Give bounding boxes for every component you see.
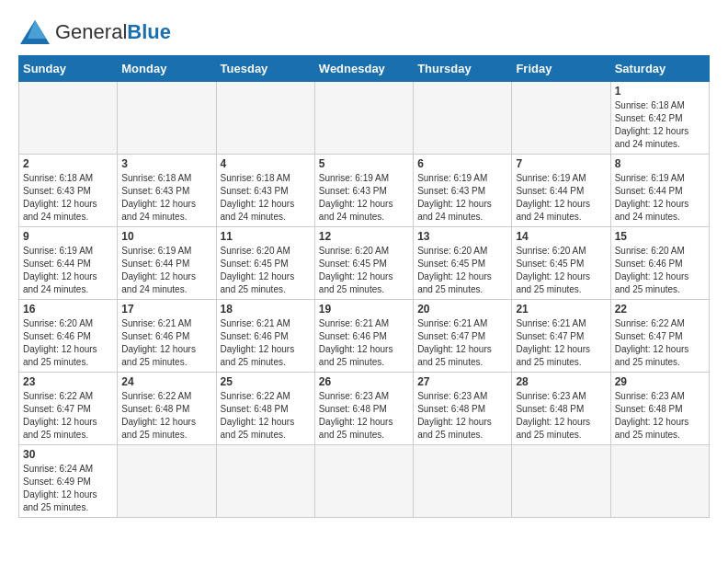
calendar-day-cell: 4Sunrise: 6:18 AM Sunset: 6:43 PM Daylig… xyxy=(216,155,314,227)
day-info: Sunrise: 6:23 AM Sunset: 6:48 PM Dayligh… xyxy=(516,390,606,442)
calendar-day-cell: 11Sunrise: 6:20 AM Sunset: 6:45 PM Dayli… xyxy=(216,227,314,300)
calendar-day-cell: 13Sunrise: 6:20 AM Sunset: 6:45 PM Dayli… xyxy=(414,227,512,300)
weekday-header-row: SundayMondayTuesdayWednesdayThursdayFrid… xyxy=(19,56,710,82)
day-number: 14 xyxy=(516,230,606,243)
day-number: 12 xyxy=(319,230,409,243)
calendar-day-cell: 24Sunrise: 6:22 AM Sunset: 6:48 PM Dayli… xyxy=(118,373,216,445)
day-info: Sunrise: 6:22 AM Sunset: 6:48 PM Dayligh… xyxy=(221,390,311,442)
calendar-day-cell: 9Sunrise: 6:19 AM Sunset: 6:44 PM Daylig… xyxy=(19,227,118,300)
day-number: 6 xyxy=(417,157,507,170)
calendar-day-cell: 1Sunrise: 6:18 AM Sunset: 6:42 PM Daylig… xyxy=(610,82,709,155)
calendar-day-cell xyxy=(512,445,610,518)
calendar-day-cell xyxy=(512,82,610,155)
calendar-day-cell xyxy=(216,82,314,155)
calendar-day-cell: 26Sunrise: 6:23 AM Sunset: 6:48 PM Dayli… xyxy=(314,373,413,445)
day-info: Sunrise: 6:24 AM Sunset: 6:49 PM Dayligh… xyxy=(23,463,113,514)
calendar-day-cell xyxy=(118,82,216,155)
calendar-week-row: 2Sunrise: 6:18 AM Sunset: 6:43 PM Daylig… xyxy=(19,155,710,227)
day-number: 26 xyxy=(319,375,409,388)
calendar-day-cell xyxy=(118,445,216,518)
weekday-header-sunday: Sunday xyxy=(19,56,118,82)
day-info: Sunrise: 6:22 AM Sunset: 6:47 PM Dayligh… xyxy=(615,317,705,369)
day-info: Sunrise: 6:20 AM Sunset: 6:45 PM Dayligh… xyxy=(319,245,409,296)
calendar-day-cell: 7Sunrise: 6:19 AM Sunset: 6:44 PM Daylig… xyxy=(512,155,610,227)
day-info: Sunrise: 6:21 AM Sunset: 6:47 PM Dayligh… xyxy=(516,317,606,369)
day-info: Sunrise: 6:19 AM Sunset: 6:44 PM Dayligh… xyxy=(516,172,606,224)
day-info: Sunrise: 6:21 AM Sunset: 6:47 PM Dayligh… xyxy=(417,317,507,369)
calendar-day-cell: 27Sunrise: 6:23 AM Sunset: 6:48 PM Dayli… xyxy=(414,373,512,445)
day-info: Sunrise: 6:18 AM Sunset: 6:42 PM Dayligh… xyxy=(615,99,705,151)
day-number: 15 xyxy=(615,230,705,243)
day-number: 22 xyxy=(615,303,705,316)
calendar-week-row: 23Sunrise: 6:22 AM Sunset: 6:47 PM Dayli… xyxy=(19,373,710,445)
day-number: 3 xyxy=(121,157,211,170)
calendar-day-cell xyxy=(19,82,118,155)
day-info: Sunrise: 6:21 AM Sunset: 6:46 PM Dayligh… xyxy=(121,317,211,369)
logo-icon xyxy=(18,18,51,46)
calendar-day-cell xyxy=(414,445,512,518)
day-number: 17 xyxy=(121,303,211,316)
calendar-day-cell: 17Sunrise: 6:21 AM Sunset: 6:46 PM Dayli… xyxy=(118,300,216,373)
day-number: 30 xyxy=(23,448,113,461)
day-info: Sunrise: 6:22 AM Sunset: 6:48 PM Dayligh… xyxy=(121,390,211,442)
day-number: 5 xyxy=(319,157,409,170)
calendar-day-cell: 3Sunrise: 6:18 AM Sunset: 6:43 PM Daylig… xyxy=(118,155,216,227)
day-info: Sunrise: 6:20 AM Sunset: 6:45 PM Dayligh… xyxy=(221,245,311,296)
day-number: 13 xyxy=(417,230,507,243)
calendar-day-cell: 14Sunrise: 6:20 AM Sunset: 6:45 PM Dayli… xyxy=(512,227,610,300)
day-number: 16 xyxy=(23,303,113,316)
calendar-day-cell xyxy=(414,82,512,155)
weekday-header-friday: Friday xyxy=(512,56,610,82)
day-number: 28 xyxy=(516,375,606,388)
day-number: 10 xyxy=(121,230,211,243)
day-info: Sunrise: 6:19 AM Sunset: 6:44 PM Dayligh… xyxy=(615,172,705,224)
calendar-day-cell: 19Sunrise: 6:21 AM Sunset: 6:46 PM Dayli… xyxy=(314,300,413,373)
calendar-day-cell: 8Sunrise: 6:19 AM Sunset: 6:44 PM Daylig… xyxy=(610,155,709,227)
day-info: Sunrise: 6:20 AM Sunset: 6:46 PM Dayligh… xyxy=(615,245,705,296)
calendar-day-cell: 25Sunrise: 6:22 AM Sunset: 6:48 PM Dayli… xyxy=(216,373,314,445)
day-number: 19 xyxy=(319,303,409,316)
calendar-day-cell: 30Sunrise: 6:24 AM Sunset: 6:49 PM Dayli… xyxy=(19,445,118,518)
day-info: Sunrise: 6:19 AM Sunset: 6:44 PM Dayligh… xyxy=(121,245,211,296)
day-number: 9 xyxy=(23,230,113,243)
weekday-header-saturday: Saturday xyxy=(610,56,709,82)
calendar-day-cell: 23Sunrise: 6:22 AM Sunset: 6:47 PM Dayli… xyxy=(19,373,118,445)
day-number: 23 xyxy=(23,375,113,388)
day-number: 21 xyxy=(516,303,606,316)
calendar-day-cell: 18Sunrise: 6:21 AM Sunset: 6:46 PM Dayli… xyxy=(216,300,314,373)
calendar-day-cell: 15Sunrise: 6:20 AM Sunset: 6:46 PM Dayli… xyxy=(610,227,709,300)
day-number: 29 xyxy=(615,375,705,388)
logo-text: GeneralBlue xyxy=(55,21,171,43)
calendar-week-row: 30Sunrise: 6:24 AM Sunset: 6:49 PM Dayli… xyxy=(19,445,710,518)
day-number: 2 xyxy=(23,157,113,170)
weekday-header-monday: Monday xyxy=(118,56,216,82)
page-header: GeneralBlue xyxy=(18,18,710,46)
day-info: Sunrise: 6:18 AM Sunset: 6:43 PM Dayligh… xyxy=(221,172,311,224)
calendar-day-cell xyxy=(216,445,314,518)
day-info: Sunrise: 6:20 AM Sunset: 6:46 PM Dayligh… xyxy=(23,317,113,369)
day-number: 7 xyxy=(516,157,606,170)
day-number: 20 xyxy=(417,303,507,316)
calendar-day-cell: 22Sunrise: 6:22 AM Sunset: 6:47 PM Dayli… xyxy=(610,300,709,373)
day-info: Sunrise: 6:21 AM Sunset: 6:46 PM Dayligh… xyxy=(221,317,311,369)
weekday-header-thursday: Thursday xyxy=(414,56,512,82)
calendar-day-cell: 10Sunrise: 6:19 AM Sunset: 6:44 PM Dayli… xyxy=(118,227,216,300)
calendar-week-row: 1Sunrise: 6:18 AM Sunset: 6:42 PM Daylig… xyxy=(19,82,710,155)
calendar-day-cell: 21Sunrise: 6:21 AM Sunset: 6:47 PM Dayli… xyxy=(512,300,610,373)
weekday-header-tuesday: Tuesday xyxy=(216,56,314,82)
calendar-day-cell: 12Sunrise: 6:20 AM Sunset: 6:45 PM Dayli… xyxy=(314,227,413,300)
day-info: Sunrise: 6:23 AM Sunset: 6:48 PM Dayligh… xyxy=(417,390,507,442)
calendar-day-cell xyxy=(314,82,413,155)
day-info: Sunrise: 6:18 AM Sunset: 6:43 PM Dayligh… xyxy=(23,172,113,224)
day-info: Sunrise: 6:21 AM Sunset: 6:46 PM Dayligh… xyxy=(319,317,409,369)
day-number: 18 xyxy=(221,303,311,316)
day-info: Sunrise: 6:23 AM Sunset: 6:48 PM Dayligh… xyxy=(319,390,409,442)
day-number: 25 xyxy=(221,375,311,388)
calendar-day-cell: 6Sunrise: 6:19 AM Sunset: 6:43 PM Daylig… xyxy=(414,155,512,227)
calendar-day-cell: 29Sunrise: 6:23 AM Sunset: 6:48 PM Dayli… xyxy=(610,373,709,445)
day-number: 24 xyxy=(121,375,211,388)
day-info: Sunrise: 6:22 AM Sunset: 6:47 PM Dayligh… xyxy=(23,390,113,442)
calendar-day-cell xyxy=(314,445,413,518)
weekday-header-wednesday: Wednesday xyxy=(314,56,413,82)
calendar-day-cell: 5Sunrise: 6:19 AM Sunset: 6:43 PM Daylig… xyxy=(314,155,413,227)
